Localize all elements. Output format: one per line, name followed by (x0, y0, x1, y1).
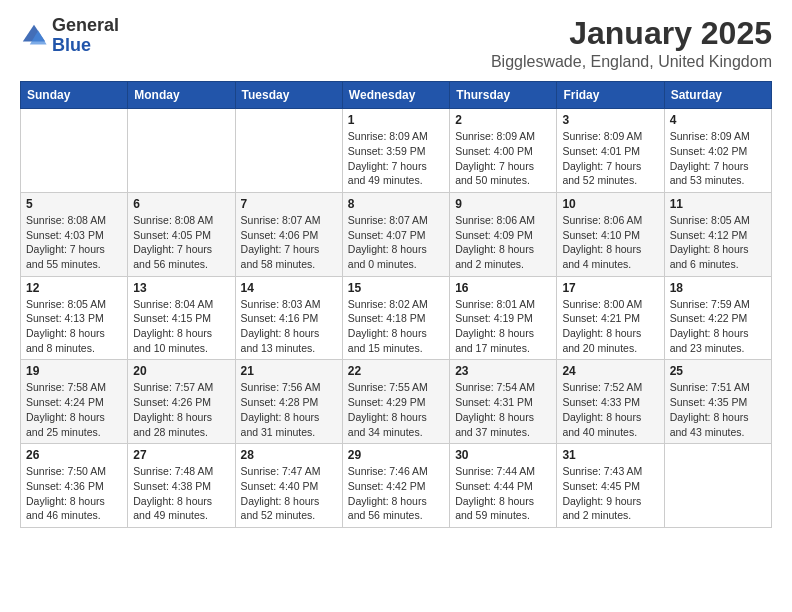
calendar-day-cell: 16Sunrise: 8:01 AM Sunset: 4:19 PM Dayli… (450, 276, 557, 360)
day-info: Sunrise: 8:06 AM Sunset: 4:09 PM Dayligh… (455, 213, 551, 272)
day-number: 4 (670, 113, 766, 127)
calendar-day-cell: 14Sunrise: 8:03 AM Sunset: 4:16 PM Dayli… (235, 276, 342, 360)
calendar-day-cell: 28Sunrise: 7:47 AM Sunset: 4:40 PM Dayli… (235, 444, 342, 528)
weekday-header: Tuesday (235, 82, 342, 109)
calendar-table: SundayMondayTuesdayWednesdayThursdayFrid… (20, 81, 772, 528)
day-number: 16 (455, 281, 551, 295)
day-info: Sunrise: 7:52 AM Sunset: 4:33 PM Dayligh… (562, 380, 658, 439)
day-number: 2 (455, 113, 551, 127)
day-info: Sunrise: 8:09 AM Sunset: 4:00 PM Dayligh… (455, 129, 551, 188)
calendar-day-cell (21, 109, 128, 193)
calendar-day-cell: 29Sunrise: 7:46 AM Sunset: 4:42 PM Dayli… (342, 444, 449, 528)
calendar-week-row: 19Sunrise: 7:58 AM Sunset: 4:24 PM Dayli… (21, 360, 772, 444)
day-number: 24 (562, 364, 658, 378)
day-info: Sunrise: 8:05 AM Sunset: 4:12 PM Dayligh… (670, 213, 766, 272)
day-number: 23 (455, 364, 551, 378)
logo: General Blue (20, 16, 119, 56)
day-number: 1 (348, 113, 444, 127)
calendar-day-cell: 3Sunrise: 8:09 AM Sunset: 4:01 PM Daylig… (557, 109, 664, 193)
day-info: Sunrise: 8:01 AM Sunset: 4:19 PM Dayligh… (455, 297, 551, 356)
calendar-week-row: 12Sunrise: 8:05 AM Sunset: 4:13 PM Dayli… (21, 276, 772, 360)
day-info: Sunrise: 7:55 AM Sunset: 4:29 PM Dayligh… (348, 380, 444, 439)
day-number: 15 (348, 281, 444, 295)
day-info: Sunrise: 8:03 AM Sunset: 4:16 PM Dayligh… (241, 297, 337, 356)
day-info: Sunrise: 8:08 AM Sunset: 4:05 PM Dayligh… (133, 213, 229, 272)
day-info: Sunrise: 8:04 AM Sunset: 4:15 PM Dayligh… (133, 297, 229, 356)
day-number: 18 (670, 281, 766, 295)
calendar-day-cell: 22Sunrise: 7:55 AM Sunset: 4:29 PM Dayli… (342, 360, 449, 444)
day-number: 14 (241, 281, 337, 295)
calendar-day-cell: 20Sunrise: 7:57 AM Sunset: 4:26 PM Dayli… (128, 360, 235, 444)
weekday-header: Sunday (21, 82, 128, 109)
calendar-day-cell: 25Sunrise: 7:51 AM Sunset: 4:35 PM Dayli… (664, 360, 771, 444)
calendar-header-row: SundayMondayTuesdayWednesdayThursdayFrid… (21, 82, 772, 109)
calendar-day-cell: 23Sunrise: 7:54 AM Sunset: 4:31 PM Dayli… (450, 360, 557, 444)
day-info: Sunrise: 8:08 AM Sunset: 4:03 PM Dayligh… (26, 213, 122, 272)
day-info: Sunrise: 8:06 AM Sunset: 4:10 PM Dayligh… (562, 213, 658, 272)
calendar-day-cell: 12Sunrise: 8:05 AM Sunset: 4:13 PM Dayli… (21, 276, 128, 360)
calendar-day-cell: 19Sunrise: 7:58 AM Sunset: 4:24 PM Dayli… (21, 360, 128, 444)
day-info: Sunrise: 8:09 AM Sunset: 3:59 PM Dayligh… (348, 129, 444, 188)
day-number: 6 (133, 197, 229, 211)
calendar-day-cell: 11Sunrise: 8:05 AM Sunset: 4:12 PM Dayli… (664, 192, 771, 276)
day-info: Sunrise: 8:09 AM Sunset: 4:01 PM Dayligh… (562, 129, 658, 188)
calendar-day-cell: 7Sunrise: 8:07 AM Sunset: 4:06 PM Daylig… (235, 192, 342, 276)
calendar-day-cell (235, 109, 342, 193)
day-info: Sunrise: 8:09 AM Sunset: 4:02 PM Dayligh… (670, 129, 766, 188)
location-title: Biggleswade, England, United Kingdom (491, 53, 772, 71)
day-number: 19 (26, 364, 122, 378)
day-info: Sunrise: 7:50 AM Sunset: 4:36 PM Dayligh… (26, 464, 122, 523)
day-info: Sunrise: 7:47 AM Sunset: 4:40 PM Dayligh… (241, 464, 337, 523)
day-info: Sunrise: 7:44 AM Sunset: 4:44 PM Dayligh… (455, 464, 551, 523)
calendar-day-cell: 26Sunrise: 7:50 AM Sunset: 4:36 PM Dayli… (21, 444, 128, 528)
day-number: 25 (670, 364, 766, 378)
calendar-day-cell: 30Sunrise: 7:44 AM Sunset: 4:44 PM Dayli… (450, 444, 557, 528)
day-info: Sunrise: 8:05 AM Sunset: 4:13 PM Dayligh… (26, 297, 122, 356)
day-info: Sunrise: 8:07 AM Sunset: 4:07 PM Dayligh… (348, 213, 444, 272)
day-number: 28 (241, 448, 337, 462)
weekday-header: Monday (128, 82, 235, 109)
day-number: 8 (348, 197, 444, 211)
calendar-day-cell: 4Sunrise: 8:09 AM Sunset: 4:02 PM Daylig… (664, 109, 771, 193)
day-info: Sunrise: 8:02 AM Sunset: 4:18 PM Dayligh… (348, 297, 444, 356)
calendar-day-cell: 24Sunrise: 7:52 AM Sunset: 4:33 PM Dayli… (557, 360, 664, 444)
calendar-day-cell: 31Sunrise: 7:43 AM Sunset: 4:45 PM Dayli… (557, 444, 664, 528)
day-info: Sunrise: 7:48 AM Sunset: 4:38 PM Dayligh… (133, 464, 229, 523)
day-number: 29 (348, 448, 444, 462)
title-block: January 2025 Biggleswade, England, Unite… (491, 16, 772, 71)
day-info: Sunrise: 7:43 AM Sunset: 4:45 PM Dayligh… (562, 464, 658, 523)
calendar-day-cell (128, 109, 235, 193)
day-number: 21 (241, 364, 337, 378)
day-number: 26 (26, 448, 122, 462)
day-number: 9 (455, 197, 551, 211)
calendar-week-row: 5Sunrise: 8:08 AM Sunset: 4:03 PM Daylig… (21, 192, 772, 276)
calendar-day-cell: 21Sunrise: 7:56 AM Sunset: 4:28 PM Dayli… (235, 360, 342, 444)
day-number: 3 (562, 113, 658, 127)
day-number: 30 (455, 448, 551, 462)
calendar-day-cell: 9Sunrise: 8:06 AM Sunset: 4:09 PM Daylig… (450, 192, 557, 276)
day-number: 5 (26, 197, 122, 211)
calendar-day-cell: 5Sunrise: 8:08 AM Sunset: 4:03 PM Daylig… (21, 192, 128, 276)
logo-blue-text: Blue (52, 35, 91, 55)
calendar-day-cell: 18Sunrise: 7:59 AM Sunset: 4:22 PM Dayli… (664, 276, 771, 360)
calendar-day-cell: 17Sunrise: 8:00 AM Sunset: 4:21 PM Dayli… (557, 276, 664, 360)
calendar-day-cell: 1Sunrise: 8:09 AM Sunset: 3:59 PM Daylig… (342, 109, 449, 193)
day-info: Sunrise: 7:51 AM Sunset: 4:35 PM Dayligh… (670, 380, 766, 439)
weekday-header: Saturday (664, 82, 771, 109)
calendar-week-row: 26Sunrise: 7:50 AM Sunset: 4:36 PM Dayli… (21, 444, 772, 528)
day-info: Sunrise: 7:59 AM Sunset: 4:22 PM Dayligh… (670, 297, 766, 356)
calendar-day-cell: 8Sunrise: 8:07 AM Sunset: 4:07 PM Daylig… (342, 192, 449, 276)
day-number: 17 (562, 281, 658, 295)
logo-icon (20, 22, 48, 50)
day-info: Sunrise: 7:46 AM Sunset: 4:42 PM Dayligh… (348, 464, 444, 523)
calendar-day-cell: 27Sunrise: 7:48 AM Sunset: 4:38 PM Dayli… (128, 444, 235, 528)
day-number: 27 (133, 448, 229, 462)
day-info: Sunrise: 7:58 AM Sunset: 4:24 PM Dayligh… (26, 380, 122, 439)
page-header: General Blue January 2025 Biggleswade, E… (20, 16, 772, 71)
calendar-day-cell (664, 444, 771, 528)
day-number: 31 (562, 448, 658, 462)
day-info: Sunrise: 7:57 AM Sunset: 4:26 PM Dayligh… (133, 380, 229, 439)
day-number: 7 (241, 197, 337, 211)
day-info: Sunrise: 8:07 AM Sunset: 4:06 PM Dayligh… (241, 213, 337, 272)
day-number: 12 (26, 281, 122, 295)
